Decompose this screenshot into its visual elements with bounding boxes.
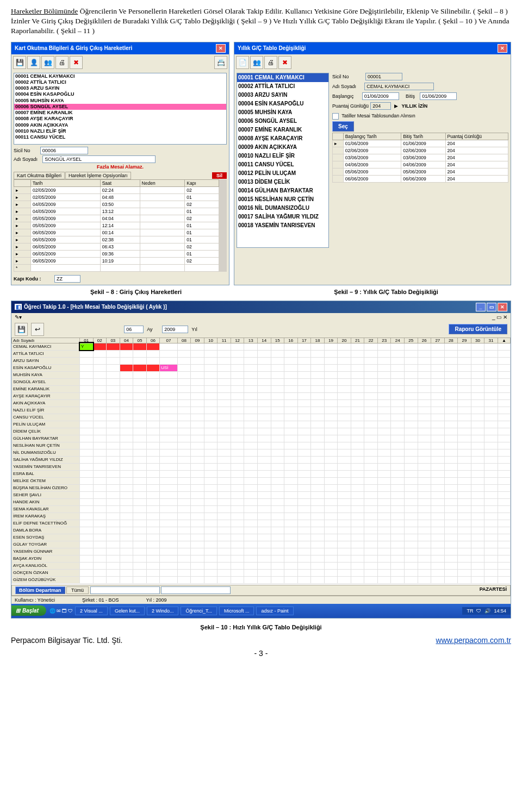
year-select[interactable]: 2009 [162,326,188,333]
bolum-button[interactable]: Bölüm Departman [15,586,65,594]
menu-item[interactable]: ✎▾ [15,314,22,320]
start-label: Başlat [22,608,39,614]
caption-8: Şekil – 8 : Giriş Çıkış Hareketleri [11,289,261,295]
intro-underlined: Hareketler Bölümünde [11,7,78,15]
yillik-gc-panel: Yıllık G/Ç Tablo Değişikliği ✕ 📄 👥 🖨 ✖ 0… [234,42,511,285]
figures-row: Kart Okutma Bilgileri & Giriş Çıkış Hare… [11,42,511,285]
panel-header-right: Yıllık G/Ç Tablo Değişikliği ✕ [234,42,511,54]
sec-button[interactable]: Seç [332,121,354,132]
izin-table[interactable]: Başlangıç TarihBitiş TarihPuantaj Günlüğ… [332,133,508,183]
task-button[interactable]: 2 Windo... [147,607,179,615]
menubar: ✎▾ _ ▭ ✕ [11,313,511,321]
wide-toolbar: 💾 ↩ 06 Ay 2009 Yıl Raporu Görüntüle [11,321,511,338]
ad-input-r: CEMAL KAYMAKCI [364,83,434,90]
delete-icon[interactable]: ✖ [70,56,83,69]
users-icon[interactable]: 👥 [41,56,54,69]
panel-header-left: Kart Okutma Bilgileri & Giriş Çıkış Hare… [11,42,229,54]
task-button[interactable]: adsız - Paint [256,607,293,615]
status-user: Kullanıcı : Yönetici [15,597,55,603]
users-icon[interactable]: 👥 [250,56,263,69]
delete-icon[interactable]: ✖ [278,56,291,69]
personel-list-r[interactable]: 00001 CEMAL KAYMAKCI00002 ATTİLA TATLICI… [237,73,329,248]
sicil-label-r: Sicil No [332,74,349,79]
task-button[interactable]: Microsoft ... [219,607,254,615]
bas-label: Başlangıç [332,93,354,99]
app-icon: ◧ [15,304,22,310]
back-icon[interactable]: ↩ [31,323,44,336]
print-icon[interactable]: 🖨 [55,56,69,69]
toolbar-left: 💾 👤 👥 🖨 ✖ 📇 [11,54,229,71]
bas-input[interactable]: 01/06/2009 [362,92,399,100]
close-icon[interactable]: ✕ [216,44,226,53]
quick-icon[interactable]: 🌐 [49,608,55,614]
month-select[interactable]: 06 [124,326,144,333]
month-label: Ay [147,327,152,332]
tatiller-checkbox[interactable] [332,113,339,120]
personel-list[interactable]: 00001 CEMAL KAYMAKCI00002 ATTİLA TATLICI… [14,73,227,145]
adsoyad-input[interactable]: SONGÜL AYSEL [42,155,156,163]
tatiller-label: Tatiller Mesai Tablosundan Alınsın [341,113,415,118]
wide-title: Öğreci Takip 1.0 - [Hızlı Mesai Tablo De… [24,304,167,310]
panel-title: Kart Okutma Bilgileri & Giriş Çıkış Hare… [15,45,132,51]
minimize-icon[interactable]: _ [476,303,486,311]
page-number-row: - 3 - [11,649,511,658]
sicil-input-r: 00001 [365,73,402,80]
system-tray: TR 🛡 🔊 14:54 [462,607,511,615]
day-label: PAZARTESİ [480,586,507,594]
new-icon[interactable]: 📄 [236,56,249,69]
save-icon[interactable]: 💾 [13,56,26,69]
intro-rest: Öğrencilerin Ve Personellerin Hareketler… [11,7,509,35]
year-label: Yıl [191,327,197,332]
task-buttons: 2 Visual ...Gelen kut...2 Windo...Öğrenc… [73,607,294,615]
sil-button[interactable]: Sil [212,172,227,179]
save-icon[interactable]: 💾 [15,323,28,336]
tab-hareket-ops[interactable]: Hareket İşleme Opsiyonları [65,172,131,179]
footer-link[interactable]: www.perpacom.com.tr [436,636,511,645]
rapor-button[interactable]: Raporu Görüntüle [449,324,507,334]
hareket-table[interactable]: TarihSaatNedenKapı▸02/05/200902:2402▸02/… [14,179,219,272]
tray-icon[interactable]: 🛡 [476,608,481,614]
page-footer: Perpacom Bilgisayar Tic. Ltd. Şti. www.p… [11,636,511,645]
sicil-label: Sicil No [14,148,30,153]
quick-icon[interactable]: 🗔 [62,608,67,614]
task-button[interactable]: 2 Visual ... [75,607,108,615]
tab-kart-okutma[interactable]: Kart Okutma Bilgileri [14,172,65,179]
print-icon[interactable]: 🖨 [264,56,277,69]
maximize-icon[interactable]: ▭ [487,303,496,311]
close-icon[interactable]: ✕ [498,303,507,311]
windows-icon: ⊞ [16,608,20,614]
start-button[interactable]: ⊞ Başlat [11,605,46,616]
hizli-mesai-panel: ◧Öğreci Takip 1.0 - [Hızlı Mesai Tablo D… [11,301,511,619]
page-number: - 3 - [11,649,511,658]
sicil-input[interactable]: 00006 [40,147,88,154]
bit-label: Bitiş [406,93,415,99]
tumu-button[interactable]: Tümü [66,586,89,594]
bit-input[interactable]: 01/06/2009 [420,92,457,100]
card-icon[interactable]: 📇 [214,56,227,69]
taskbar: ⊞ Başlat 🌐 ✉ 🗔 🛡 2 Visual ...Gelen kut..… [11,604,511,618]
pg-label: Puantaj Günlüğü [332,103,369,109]
mesai-grid[interactable]: Adı Soyadı010203040506070809101112131415… [11,338,511,584]
quick-icon[interactable]: 🛡 [68,608,73,614]
panel-title-r: Yıllık G/Ç Tablo Değişikliği [238,45,306,51]
menu-close-icon[interactable]: _ ▭ ✕ [492,314,507,320]
arrow-icon[interactable]: ▶ [394,103,398,109]
user-icon[interactable]: 👤 [27,56,40,69]
izin-label: YILLIK İZİN [401,103,427,109]
tray-icon[interactable]: 🔊 [484,608,490,614]
intro-paragraph: Hareketler Bölümünde Öğrencilerin Ve Per… [11,7,511,36]
clock: 14:54 [494,608,506,614]
scrollbar[interactable] [219,179,227,272]
task-button[interactable]: Gelen kut... [110,607,145,615]
warn-text: Fazla Mesai Alamaz. [14,164,227,170]
caption-9: Şekil – 9 : Yıllık G/Ç Tablo Değişikliği [261,289,511,295]
task-button[interactable]: Öğrenci_T... [181,607,217,615]
close-icon[interactable]: ✕ [498,44,507,53]
footer-company: Perpacom Bilgisayar Tic. Ltd. Şti. [11,636,122,645]
lang-indicator[interactable]: TR [467,608,473,614]
caption-10: Şekil – 10 : Hızlı Yıllık G/Ç Tablo Deği… [11,624,511,630]
kart-okutma-panel: Kart Okutma Bilgileri & Giriş Çıkış Hare… [11,42,229,285]
kapi-input[interactable]: ZZ [54,275,80,283]
toolbar-right: 📄 👥 🖨 ✖ [234,54,511,71]
quick-icon[interactable]: ✉ [57,608,61,614]
